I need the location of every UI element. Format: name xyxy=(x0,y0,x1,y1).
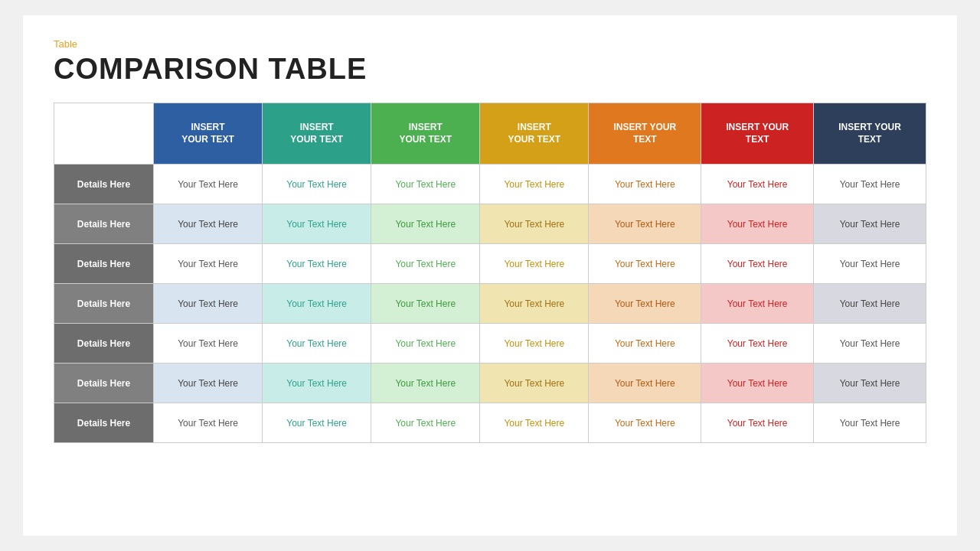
column-header-4[interactable]: INSERTYOUR TEXT xyxy=(480,103,589,165)
column-header-6[interactable]: INSERT YOURTEXT xyxy=(701,103,814,165)
table-cell[interactable]: Your Text Here xyxy=(480,165,589,204)
row-label[interactable]: Details Here xyxy=(54,284,154,324)
table-cell[interactable]: Your Text Here xyxy=(154,165,263,204)
table-cell[interactable]: Your Text Here xyxy=(371,364,480,403)
table-cell[interactable]: Your Text Here xyxy=(480,324,589,364)
table-cell[interactable]: Your Text Here xyxy=(480,403,589,443)
table-cell[interactable]: Your Text Here xyxy=(480,244,589,284)
table-cell[interactable]: Your Text Here xyxy=(263,324,371,364)
table-cell[interactable]: Your Text Here xyxy=(814,204,926,244)
row-label[interactable]: Details Here xyxy=(54,403,154,443)
table-row: Details HereYour Text HereYour Text Here… xyxy=(54,244,926,284)
table-cell[interactable]: Your Text Here xyxy=(480,284,589,324)
table-cell[interactable]: Your Text Here xyxy=(154,204,263,244)
table-cell[interactable]: Your Text Here xyxy=(589,165,701,204)
table-cell[interactable]: Your Text Here xyxy=(154,403,263,443)
table-cell[interactable]: Your Text Here xyxy=(701,204,814,244)
table-cell[interactable]: Your Text Here xyxy=(589,364,701,403)
table-cell[interactable]: Your Text Here xyxy=(154,244,263,284)
table-cell[interactable]: Your Text Here xyxy=(371,324,480,364)
table-row: Details HereYour Text HereYour Text Here… xyxy=(54,204,926,244)
row-label[interactable]: Details Here xyxy=(54,165,154,204)
row-label[interactable]: Details Here xyxy=(54,364,154,403)
table-cell[interactable]: Your Text Here xyxy=(480,364,589,403)
table-cell[interactable]: Your Text Here xyxy=(480,204,589,244)
table-cell[interactable]: Your Text Here xyxy=(371,204,480,244)
column-header-2[interactable]: INSERTYOUR TEXT xyxy=(263,103,371,165)
slide: Table COMPARISON TABLE INSERTYOUR TEXT I… xyxy=(23,15,957,536)
column-header-7[interactable]: INSERT YOURTEXT xyxy=(814,103,926,165)
table-cell[interactable]: Your Text Here xyxy=(814,165,926,204)
row-label[interactable]: Details Here xyxy=(54,204,154,244)
table-cell[interactable]: Your Text Here xyxy=(371,284,480,324)
row-label[interactable]: Details Here xyxy=(54,324,154,364)
table-cell[interactable]: Your Text Here xyxy=(814,324,926,364)
table-row: Details HereYour Text HereYour Text Here… xyxy=(54,284,926,324)
table-cell[interactable]: Your Text Here xyxy=(814,244,926,284)
table-cell[interactable]: Your Text Here xyxy=(154,324,263,364)
table-cell[interactable]: Your Text Here xyxy=(263,364,371,403)
table-header-row: INSERTYOUR TEXT INSERTYOUR TEXT INSERTYO… xyxy=(54,103,926,165)
column-header-5[interactable]: INSERT YOURTEXT xyxy=(589,103,701,165)
table-cell[interactable]: Your Text Here xyxy=(371,403,480,443)
table-cell[interactable]: Your Text Here xyxy=(263,244,371,284)
table-cell[interactable]: Your Text Here xyxy=(589,284,701,324)
table-cell[interactable]: Your Text Here xyxy=(701,244,814,284)
table-row: Details HereYour Text HereYour Text Here… xyxy=(54,403,926,443)
comparison-table: INSERTYOUR TEXT INSERTYOUR TEXT INSERTYO… xyxy=(54,103,926,443)
table-cell[interactable]: Your Text Here xyxy=(371,244,480,284)
table-cell[interactable]: Your Text Here xyxy=(263,204,371,244)
table-cell[interactable]: Your Text Here xyxy=(154,284,263,324)
header-empty-cell xyxy=(54,103,154,165)
table-cell[interactable]: Your Text Here xyxy=(263,284,371,324)
table-cell[interactable]: Your Text Here xyxy=(589,204,701,244)
table-cell[interactable]: Your Text Here xyxy=(371,165,480,204)
table-row: Details HereYour Text HereYour Text Here… xyxy=(54,324,926,364)
table-cell[interactable]: Your Text Here xyxy=(701,364,814,403)
column-header-3[interactable]: INSERTYOUR TEXT xyxy=(371,103,480,165)
table-cell[interactable]: Your Text Here xyxy=(814,364,926,403)
table-cell[interactable]: Your Text Here xyxy=(814,403,926,443)
column-header-1[interactable]: INSERTYOUR TEXT xyxy=(154,103,263,165)
table-row: Details HereYour Text HereYour Text Here… xyxy=(54,364,926,403)
row-label[interactable]: Details Here xyxy=(54,244,154,284)
table-cell[interactable]: Your Text Here xyxy=(154,364,263,403)
table-cell[interactable]: Your Text Here xyxy=(589,403,701,443)
slide-category-label: Table xyxy=(54,38,926,50)
table-cell[interactable]: Your Text Here xyxy=(814,284,926,324)
slide-title: COMPARISON TABLE xyxy=(54,53,926,86)
table-row: Details HereYour Text HereYour Text Here… xyxy=(54,165,926,204)
table-cell[interactable]: Your Text Here xyxy=(701,403,814,443)
table-cell[interactable]: Your Text Here xyxy=(589,244,701,284)
table-cell[interactable]: Your Text Here xyxy=(263,403,371,443)
table-cell[interactable]: Your Text Here xyxy=(701,284,814,324)
table-cell[interactable]: Your Text Here xyxy=(263,165,371,204)
table-cell[interactable]: Your Text Here xyxy=(701,324,814,364)
table-cell[interactable]: Your Text Here xyxy=(589,324,701,364)
table-cell[interactable]: Your Text Here xyxy=(701,165,814,204)
